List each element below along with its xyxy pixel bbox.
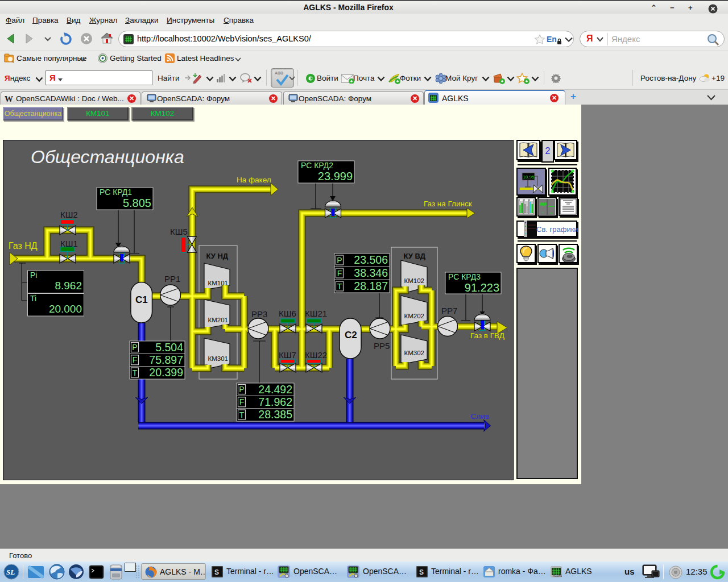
svg-text:КШ21: КШ21	[305, 309, 327, 318]
svg-text:КШ7: КШ7	[279, 350, 296, 360]
svg-text:28.385: 28.385	[258, 408, 292, 421]
svg-text:F: F	[133, 355, 138, 364]
svg-text:5.805: 5.805	[123, 197, 151, 209]
svg-text:РР7: РР7	[441, 306, 457, 315]
svg-text:S: S	[419, 568, 424, 576]
svg-text:КШ22: КШ22	[305, 350, 327, 360]
svg-text:КУ НД: КУ НД	[206, 252, 229, 260]
svg-text:С2: С2	[345, 330, 357, 340]
svg-text:РР3: РР3	[251, 309, 267, 319]
svg-text:Pi: Pi	[30, 271, 37, 280]
svg-text:91.223: 91.223	[465, 281, 499, 294]
svg-text:КШ6: КШ6	[279, 309, 296, 318]
svg-text:Слив: Слив	[471, 412, 489, 421]
svg-text:SL: SL	[6, 568, 15, 576]
svg-text:24.492: 24.492	[258, 383, 292, 396]
svg-text:Общестанционка: Общестанционка	[31, 147, 184, 167]
svg-text:S: S	[214, 568, 219, 576]
svg-text:5.504: 5.504	[155, 341, 183, 354]
svg-text:F: F	[337, 269, 342, 278]
svg-text:23.506: 23.506	[354, 253, 388, 266]
svg-text:КМ301: КМ301	[208, 355, 228, 362]
svg-text:P: P	[132, 343, 137, 352]
svg-text:20.399: 20.399	[149, 366, 183, 379]
svg-text:РС КРД3: РС КРД3	[448, 272, 481, 281]
svg-text:23.999: 23.999	[318, 170, 353, 182]
svg-text:Газ на Глинск: Газ на Глинск	[424, 199, 472, 208]
svg-text:КМ102: КМ102	[404, 277, 424, 284]
svg-text:20.000: 20.000	[49, 303, 82, 315]
svg-text:T: T	[337, 282, 342, 291]
svg-text:На факел: На факел	[237, 176, 271, 184]
svg-text:28.187: 28.187	[354, 280, 388, 292]
svg-text:F: F	[239, 397, 245, 406]
svg-text:КМ202: КМ202	[404, 313, 424, 319]
svg-text:P: P	[239, 385, 244, 394]
svg-text:РС КРД1: РС КРД1	[100, 188, 132, 197]
svg-text:T: T	[133, 368, 138, 377]
svg-text:РР1: РР1	[164, 274, 180, 284]
svg-text:W: W	[5, 94, 13, 103]
svg-text:8.962: 8.962	[55, 280, 82, 292]
svg-text:КШ1: КШ1	[60, 239, 78, 248]
svg-text:10.95: 10.95	[523, 174, 535, 180]
svg-text:Газ НД: Газ НД	[9, 241, 38, 251]
svg-text:КМ302: КМ302	[404, 350, 424, 356]
svg-text:РР5: РР5	[374, 341, 390, 351]
svg-text:En: En	[547, 35, 557, 44]
svg-text:КУ ВД: КУ ВД	[404, 252, 426, 260]
svg-text:P: P	[337, 256, 342, 265]
svg-text:КШ2: КШ2	[60, 210, 78, 219]
svg-text:75.897: 75.897	[149, 354, 183, 366]
svg-text:Ti: Ti	[30, 294, 36, 303]
svg-text:КШ5: КШ5	[170, 227, 188, 236]
svg-text:Газ в ГВД: Газ в ГВД	[470, 331, 504, 340]
svg-text:КМ201: КМ201	[208, 317, 228, 323]
svg-text:T: T	[239, 410, 245, 419]
svg-text:38.346: 38.346	[354, 267, 388, 279]
svg-text:AGLKS: AGLKS	[553, 574, 562, 577]
svg-text:РС КРД2: РС КРД2	[301, 161, 333, 170]
svg-text:КМ101: КМ101	[208, 280, 228, 286]
svg-text:С1: С1	[135, 294, 148, 305]
svg-text:71.962: 71.962	[258, 396, 292, 408]
